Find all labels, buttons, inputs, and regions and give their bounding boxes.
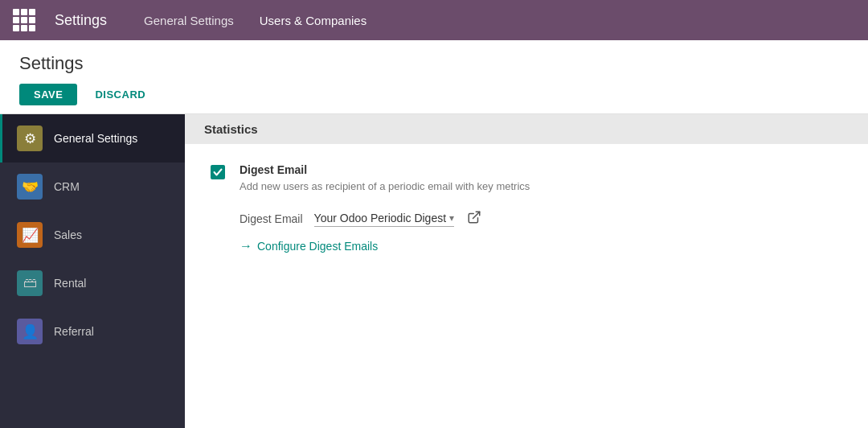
topbar: Settings General Settings Users & Compan… [0,0,868,40]
sidebar-item-referral[interactable]: 👤 Referral [0,307,185,356]
digest-email-checkbox-wrapper[interactable] [211,165,225,179]
crm-icon: 🤝 [17,174,43,200]
page-title: Settings [19,53,849,74]
sidebar-item-rental[interactable]: 🗃 Rental [0,259,185,307]
page-header: Settings SAVE DISCARD [0,40,868,113]
sidebar-label-crm: CRM [54,180,80,193]
apps-menu-icon[interactable] [13,9,35,31]
app-title: Settings [55,12,107,29]
sidebar-label-rental: Rental [54,277,86,290]
checkmark-icon [213,167,223,177]
digest-email-text: Digest Email Add new users as recipient … [240,163,530,194]
save-button[interactable]: SAVE [19,84,77,105]
configure-digest-emails-link[interactable]: → Configure Digest Emails [211,239,842,253]
digest-email-setting-row: Digest Email Add new users as recipient … [211,163,842,194]
sidebar-label-sales: Sales [54,228,82,241]
sidebar-label-referral: Referral [54,325,94,338]
digest-email-title: Digest Email [240,163,530,176]
referral-icon: 👤 [17,319,43,344]
discard-button[interactable]: DISCARD [84,84,157,105]
configure-link-label: Configure Digest Emails [257,240,378,253]
general-settings-icon: ⚙ [17,126,43,151]
sidebar-item-crm[interactable]: 🤝 CRM [0,163,185,211]
sidebar-item-general-settings[interactable]: ⚙ General Settings [0,114,185,163]
toolbar: SAVE DISCARD [19,84,849,105]
digest-select-row: Digest Email Your Odoo Periodic Digest ▾ [211,210,842,228]
digest-email-checkbox[interactable] [211,165,225,179]
sidebar-label-general-settings: General Settings [54,132,137,145]
nav-users-companies[interactable]: Users & Companies [248,9,378,32]
external-link-icon[interactable] [467,210,481,228]
main-layout: ⚙ General Settings 🤝 CRM 📈 Sales 🗃 Renta… [0,113,868,428]
digest-dropdown[interactable]: Your Odoo Periodic Digest ▾ [314,212,454,227]
arrow-right-icon: → [240,239,252,253]
content-area: Statistics Digest Email Add new users as… [185,114,868,428]
section-body: Digest Email Add new users as recipient … [185,144,868,273]
page: Settings SAVE DISCARD ⚙ General Settings… [0,40,868,428]
sales-icon: 📈 [17,222,43,248]
digest-email-description: Add new users as recipient of a periodic… [240,179,530,194]
sidebar-item-sales[interactable]: 📈 Sales [0,211,185,259]
nav-general-settings[interactable]: General Settings [133,9,245,32]
chevron-down-icon: ▾ [449,212,454,224]
digest-select-value: Your Odoo Periodic Digest [314,212,446,224]
rental-icon: 🗃 [17,270,43,296]
sidebar: ⚙ General Settings 🤝 CRM 📈 Sales 🗃 Renta… [0,114,185,428]
top-nav: General Settings Users & Companies [133,9,378,32]
section-header-statistics: Statistics [185,114,868,144]
digest-field-label: Digest Email [240,212,303,225]
svg-line-0 [473,212,480,218]
